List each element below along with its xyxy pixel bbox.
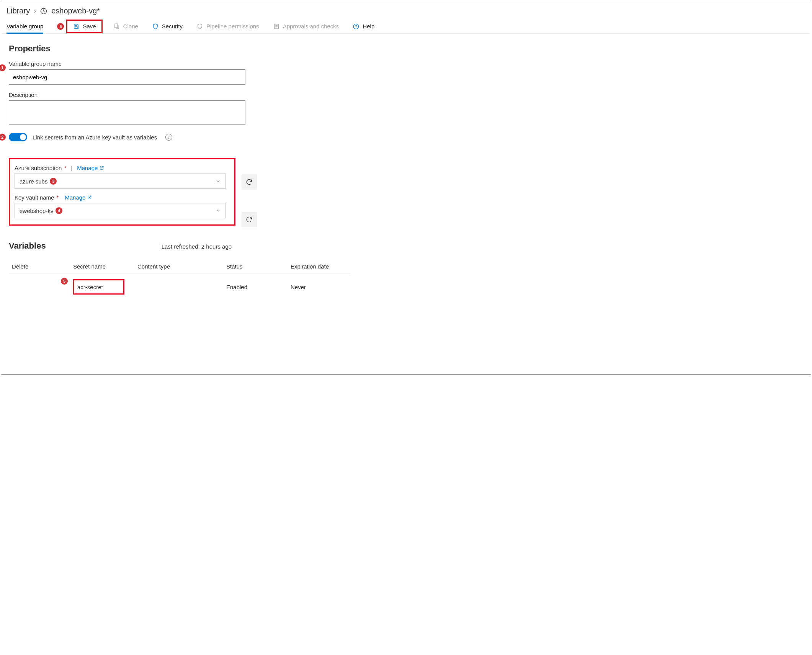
breadcrumb-separator: › <box>34 7 36 15</box>
description-input[interactable] <box>9 100 245 125</box>
manage-keyvault-link[interactable]: Manage <box>65 194 92 201</box>
secret-name-cell: acr-secret <box>73 279 124 295</box>
help-label: Help <box>363 23 374 29</box>
variables-table: Delete Secret name Content type Status E… <box>9 259 350 300</box>
keyvault-section: Azure subscription * | Manage azure subs… <box>9 158 235 226</box>
variable-group-name-label: Variable group name <box>9 61 803 67</box>
col-secret-name: Secret name <box>70 259 134 274</box>
variable-group-name-input[interactable] <box>9 69 245 85</box>
link-secrets-label: Link secrets from an Azure key vault as … <box>33 134 157 141</box>
badge-keyvault: 4 <box>56 207 62 214</box>
chevron-down-icon <box>216 208 221 213</box>
clone-button: Clone <box>110 21 141 32</box>
refresh-keyvault-button[interactable] <box>242 212 257 227</box>
tab-variable-group[interactable]: Variable group <box>7 19 43 33</box>
badge-secret: 5 <box>61 278 68 285</box>
security-label: Security <box>162 23 183 29</box>
link-secrets-toggle[interactable] <box>9 133 27 141</box>
badge-subscription: 3 <box>50 178 57 185</box>
badge-save: 6 <box>57 23 64 30</box>
description-label: Description <box>9 92 803 98</box>
col-delete: Delete <box>9 259 70 274</box>
svg-rect-3 <box>114 24 118 28</box>
security-button[interactable]: Security <box>149 21 186 32</box>
col-expiration: Expiration date <box>288 259 350 274</box>
badge-name: 1 <box>0 64 6 71</box>
approvals-button: Approvals and checks <box>270 21 342 32</box>
save-label: Save <box>83 23 96 29</box>
key-vault-name-value: ewebshop-kv <box>20 208 53 214</box>
col-status: Status <box>223 259 288 274</box>
pipeline-permissions-button: Pipeline permissions <box>193 21 262 32</box>
status-cell: Enabled <box>223 274 288 300</box>
azure-subscription-label: Azure subscription <box>15 165 62 171</box>
svg-rect-2 <box>75 26 77 28</box>
col-content-type: Content type <box>134 259 223 274</box>
breadcrumb: Library › eshopweb-vg* <box>1 5 811 19</box>
key-vault-name-label: Key vault name <box>15 194 54 201</box>
expiration-cell: Never <box>288 274 350 300</box>
azure-subscription-value: azure subs <box>20 178 47 185</box>
breadcrumb-library[interactable]: Library <box>7 7 30 15</box>
save-button[interactable]: Save <box>66 20 102 33</box>
svg-point-6 <box>356 28 356 28</box>
key-vault-name-select[interactable]: ewebshop-kv 4 <box>15 203 226 218</box>
variable-group-icon <box>40 7 47 15</box>
chevron-down-icon <box>216 178 221 184</box>
svg-point-1 <box>43 8 44 9</box>
badge-toggle: 2 <box>0 134 6 141</box>
breadcrumb-title: eshopweb-vg* <box>51 7 100 15</box>
table-row[interactable]: 5 acr-secret Enabled Never <box>9 274 350 300</box>
refresh-subscription-button[interactable] <box>242 174 257 190</box>
required-asterisk: * <box>56 194 59 201</box>
last-refreshed-text: Last refreshed: 2 hours ago <box>162 243 232 250</box>
help-button[interactable]: Help <box>350 21 377 32</box>
pipeline-permissions-label: Pipeline permissions <box>206 23 259 29</box>
clone-label: Clone <box>123 23 138 29</box>
approvals-label: Approvals and checks <box>283 23 339 29</box>
required-asterisk: * <box>64 165 66 171</box>
info-icon[interactable]: i <box>165 134 172 141</box>
variables-heading: Variables <box>9 241 46 251</box>
content-type-cell <box>134 274 223 300</box>
manage-subscription-link[interactable]: Manage <box>77 165 104 171</box>
properties-heading: Properties <box>9 44 803 54</box>
azure-subscription-select[interactable]: azure subs 3 <box>15 174 226 189</box>
